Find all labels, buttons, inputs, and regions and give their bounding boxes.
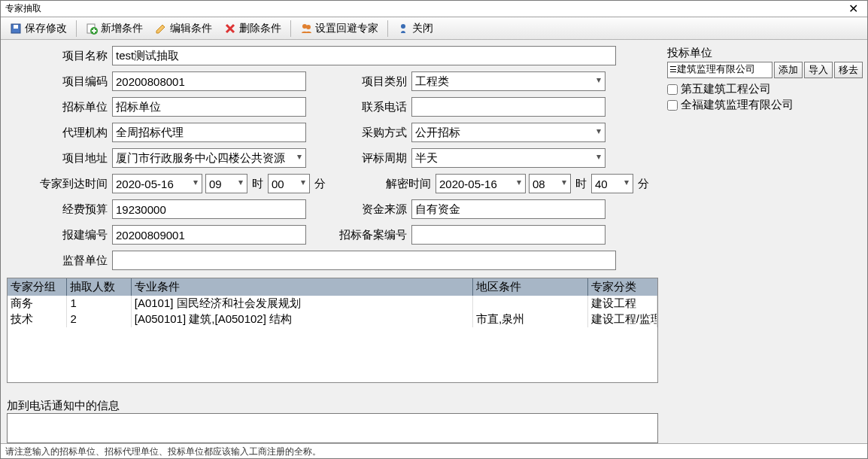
label-proj-name: 项目名称 <box>7 49 112 63</box>
separator <box>76 20 77 37</box>
table-header: 专家分组 抽取人数 专业条件 地区条件 专家分类 <box>8 278 657 296</box>
save-icon <box>10 23 22 35</box>
label-agency: 代理机构 <box>7 126 112 140</box>
toolbar: 保存修改 新增条件 编辑条件 删除条件 设置回避专家 关闭 <box>1 17 867 40</box>
label-contact: 联系电话 <box>336 100 411 114</box>
edit-cond-button[interactable]: 编辑条件 <box>150 20 217 37</box>
bidder-item-label: 全福建筑监理有限公司 <box>681 98 794 112</box>
bidder-add-button[interactable]: 添加 <box>774 62 803 78</box>
contact-input[interactable] <box>411 97 605 117</box>
bidder-controls: ☰建筑监理有限公司 添加 导入 移去 <box>667 62 863 78</box>
delete-icon <box>224 23 236 35</box>
tender-unit-input[interactable] <box>112 97 306 117</box>
label-arrive: 专家到达时间 <box>7 177 112 191</box>
exit-icon <box>397 23 409 35</box>
left-pane: 项目名称 项目编码 项目类别 招标单位 联系电话 代理机构 <box>1 40 664 443</box>
status-bar: 请注意输入的招标单位、招标代理单位、投标单位都应该输入工商注册的全称。 <box>1 443 867 458</box>
content: 项目名称 项目编码 项目类别 招标单位 联系电话 代理机构 <box>1 40 867 443</box>
window-title: 专家抽取 <box>5 2 843 15</box>
arrive-date-picker[interactable] <box>112 174 202 193</box>
decrypt-date-picker[interactable] <box>436 174 526 193</box>
separator <box>290 20 291 37</box>
save-button[interactable]: 保存修改 <box>5 20 71 37</box>
filing-code-input[interactable] <box>411 225 605 245</box>
svg-point-4 <box>302 24 307 29</box>
th-cat: 专家分类 <box>588 278 657 296</box>
svg-point-6 <box>401 24 405 29</box>
window: 专家抽取 ✕ 保存修改 新增条件 编辑条件 删除条件 设置回避专家 关闭 项目名… <box>0 0 868 459</box>
right-pane: 投标单位 ☰建筑监理有限公司 添加 导入 移去 第五建筑工程公司 全福建筑监理有… <box>664 40 867 443</box>
purchase-select[interactable] <box>411 123 605 142</box>
add-cond-button[interactable]: 新增条件 <box>81 20 147 37</box>
th-region: 地区条件 <box>473 278 588 296</box>
label-addr: 项目地址 <box>7 151 112 166</box>
agency-input[interactable] <box>112 123 306 142</box>
decrypt-min-select[interactable] <box>591 174 633 193</box>
addr-select[interactable] <box>112 148 306 168</box>
add-cond-label: 新增条件 <box>101 22 143 35</box>
arrive-hour-select[interactable] <box>205 174 247 193</box>
del-cond-button[interactable]: 删除条件 <box>220 20 286 37</box>
bidder-title: 投标单位 <box>667 46 863 60</box>
bidder-item[interactable]: 第五建筑工程公司 <box>667 81 863 97</box>
th-group: 专家分组 <box>8 278 67 296</box>
bidder-checkbox[interactable] <box>667 100 678 111</box>
fund-input[interactable] <box>411 199 605 219</box>
proj-type-select[interactable] <box>411 71 605 91</box>
bidder-item-label: 第五建筑工程公司 <box>681 82 771 96</box>
label-decrypt: 解密时间 <box>360 177 436 191</box>
close-button[interactable]: 关闭 <box>393 20 438 37</box>
report-code-input[interactable] <box>112 225 306 245</box>
svg-point-5 <box>306 25 311 29</box>
arrive-min-select[interactable] <box>268 174 310 193</box>
table-row[interactable]: 技术 2 [A050101] 建筑,[A050102] 结构 市直,泉州 建设工… <box>8 312 657 327</box>
label-fund: 资金来源 <box>336 202 411 217</box>
label-supervise: 监督单位 <box>7 254 112 268</box>
close-icon[interactable]: ✕ <box>843 2 863 17</box>
svg-rect-1 <box>14 25 18 29</box>
note-input[interactable] <box>7 413 658 443</box>
note-label: 加到电话通知中的信息 <box>7 399 658 413</box>
label-tender-unit: 招标单位 <box>7 100 112 114</box>
label-eval-period: 评标周期 <box>336 151 411 166</box>
bidder-checkbox[interactable] <box>667 84 678 95</box>
bidder-list: 第五建筑工程公司 全福建筑监理有限公司 <box>667 81 863 113</box>
bidder-import-button[interactable]: 导入 <box>804 62 833 78</box>
note-section: 加到电话通知中的信息 <box>7 399 658 443</box>
del-cond-label: 删除条件 <box>239 22 281 35</box>
min-unit: 分 <box>638 177 649 191</box>
table-row[interactable]: 商务 1 [A0101] 国民经济和社会发展规划 建设工程 <box>8 296 657 312</box>
avoid-expert-button[interactable]: 设置回避专家 <box>296 20 383 37</box>
budget-input[interactable] <box>112 199 306 219</box>
label-report-code: 报建编号 <box>7 228 112 242</box>
edit-icon <box>155 23 167 35</box>
decrypt-hour-select[interactable] <box>529 174 571 193</box>
hour-unit: 时 <box>575 177 587 191</box>
th-count: 抽取人数 <box>67 278 131 296</box>
separator <box>387 20 388 37</box>
eval-period-select[interactable] <box>411 148 605 168</box>
add-icon <box>86 23 98 35</box>
supervise-input[interactable] <box>112 251 616 270</box>
label-proj-type: 项目类别 <box>336 74 411 89</box>
conditions-table[interactable]: 专家分组 抽取人数 专业条件 地区条件 专家分类 商务 1 [A0101] 国民… <box>7 278 658 383</box>
people-icon <box>300 23 312 35</box>
bidder-select[interactable]: ☰建筑监理有限公司 <box>667 62 772 78</box>
label-purchase: 采购方式 <box>336 126 411 140</box>
proj-name-input[interactable] <box>112 46 616 65</box>
label-proj-code: 项目编码 <box>7 74 112 89</box>
bidder-item[interactable]: 全福建筑监理有限公司 <box>667 97 863 113</box>
form: 项目名称 项目编码 项目类别 招标单位 联系电话 代理机构 <box>7 46 658 276</box>
close-label: 关闭 <box>412 22 433 35</box>
edit-cond-label: 编辑条件 <box>170 22 212 35</box>
label-filing-code: 招标备案编号 <box>336 228 411 242</box>
proj-code-input[interactable] <box>112 71 306 91</box>
th-major: 专业条件 <box>132 278 473 296</box>
min-unit: 分 <box>314 177 326 191</box>
avoid-expert-label: 设置回避专家 <box>315 22 378 35</box>
bidder-remove-button[interactable]: 移去 <box>834 62 863 78</box>
label-budget: 经费预算 <box>7 202 112 217</box>
titlebar: 专家抽取 ✕ <box>1 1 867 17</box>
save-label: 保存修改 <box>25 22 67 35</box>
hour-unit: 时 <box>252 177 263 191</box>
